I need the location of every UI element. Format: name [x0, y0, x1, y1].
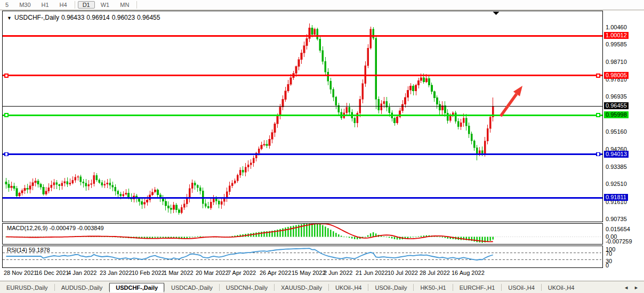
macd-indicator-label: MACD(12,26,9) -0.000479 -0.003849 [7, 225, 104, 231]
price-line-badge: 0.96455 [604, 102, 629, 109]
macd-panel[interactable]: MACD(12,26,9) -0.000479 -0.003849 [2, 223, 603, 245]
rsi-value: 59.1878 [29, 247, 50, 253]
price-line-badge: 0.98005 [604, 72, 629, 79]
price-axis-tick: 1.00460 [606, 24, 627, 30]
time-axis-label: 28 Nov 2021 [4, 270, 37, 276]
ohlc-high: 0.96914 [86, 14, 109, 21]
rsi-panel[interactable]: RSI(14) 59.1878 [2, 246, 603, 268]
symbol-tab-usdcad[interactable]: USDCAD-,Daily [165, 283, 219, 292]
timeframe-button-m30[interactable]: M30 [14, 1, 35, 9]
price-line-badge: 1.00012 [604, 32, 629, 39]
macd-main-value: -0.000479 [49, 225, 76, 231]
time-axis-label: 10 Feb 2022 [132, 270, 165, 276]
chart-canvas[interactable]: ▼USDCHF-,Daily0.964330.969140.960230.964… [2, 11, 603, 222]
price-line-badge: 0.91811 [604, 194, 628, 201]
timeframe-button-h4[interactable]: H4 [55, 1, 72, 9]
time-axis-label: 15 May 2022 [292, 270, 326, 276]
rsi-axis-tick: 0 [606, 262, 609, 268]
rsi-indicator-label: RSI(14) 59.1878 [7, 247, 50, 253]
time-axis-label: 23 Jan 2022 [100, 270, 132, 276]
time-axis[interactable]: 28 Nov 202116 Dec 20214 Jan 202223 Jan 2… [2, 270, 642, 278]
price-axis-tick: 0.90735 [606, 216, 627, 222]
tab-scroll-right-icon[interactable]: ► [634, 285, 639, 290]
timeframe-button-mn[interactable]: MN [115, 1, 134, 9]
symbol-tab-usdchf[interactable]: USDCHF-,Daily [109, 283, 164, 292]
rsi-axis: 10070300 [604, 246, 644, 268]
symbol-tab-eurusd[interactable]: EURUSD-,Daily [0, 283, 54, 292]
ohlc-close: 0.96455 [137, 14, 160, 21]
timeframe-button-d1[interactable]: D1 [78, 1, 95, 9]
toolbar-separator [136, 1, 137, 9]
time-axis-label: 16 Dec 2021 [36, 270, 69, 276]
price-line-badge: 0.94013 [604, 151, 629, 158]
price-axis-tick: 0.99585 [606, 41, 627, 47]
macd-axis-tick: -0.007259 [606, 238, 632, 245]
tab-scroll-left-icon[interactable]: ◄ [624, 285, 629, 290]
symbol-tab-usoil[interactable]: USOil-,Daily [368, 283, 413, 292]
timeframe-button-w1[interactable]: W1 [96, 1, 115, 9]
time-axis-label: 1 Mar 2022 [164, 270, 194, 276]
rsi-axis-tick: 70 [606, 250, 612, 257]
chart-symbol-label: USDCHF-,Daily [14, 14, 59, 21]
price-axis-tick: 0.98710 [606, 59, 627, 65]
symbol-tab-ukoil[interactable]: UKOil-,H4 [542, 283, 581, 292]
time-axis-label: 16 Aug 2022 [452, 270, 485, 276]
symbol-tab-hk50[interactable]: HK50-,H1 [414, 283, 452, 292]
ohlc-low: 0.96023 [112, 14, 135, 21]
symbol-tab-audusd[interactable]: AUDUSD-,Daily [55, 283, 109, 292]
symbol-tab-ukoil[interactable]: UKOil-,H4 [329, 283, 368, 292]
rsi-chart [3, 246, 601, 266]
macd-signal-value: -0.003849 [77, 225, 104, 231]
symbol-tab-usdcnh[interactable]: USDCNH-,Daily [220, 283, 274, 292]
candlestick-chart[interactable] [3, 11, 602, 222]
symbol-tab-bar: EURUSD-,DailyAUDUSD-,DailyUSDCHF-,DailyU… [0, 281, 644, 293]
ohlc-open: 0.96433 [61, 14, 84, 21]
price-line-badge: 0.95998 [604, 111, 629, 118]
timeframe-button-h1[interactable]: H1 [37, 1, 54, 9]
price-axis[interactable]: 1.004600.995850.987100.978100.969350.951… [604, 11, 644, 222]
macd-axis: 0.0156540.00-0.007259 [604, 223, 644, 245]
time-axis-label: 21 Jun 2022 [356, 270, 388, 276]
time-axis-label: 7 Apr 2022 [228, 270, 256, 276]
collapse-chart-icon[interactable]: ▼ [7, 15, 12, 21]
toolbar-separator [75, 1, 75, 9]
symbol-tab-xauusd[interactable]: XAUUSD-,Daily [275, 283, 328, 292]
symbol-tab-usoil[interactable]: USOil-,H4 [502, 283, 541, 292]
price-axis-tick: 0.92510 [606, 181, 627, 187]
price-axis-tick: 0.96935 [606, 93, 627, 100]
time-axis-label: 20 Mar 2022 [196, 270, 229, 276]
mt4-window: { "toolbar": { "timeframes": ["5", "M30"… [0, 0, 644, 293]
time-axis-label: 4 Jan 2022 [68, 270, 96, 276]
time-axis-label: 2 Jun 2022 [324, 270, 352, 276]
timeframe-button-5[interactable]: 5 [1, 1, 13, 9]
macd-axis-tick: 0.015654 [606, 226, 630, 232]
time-axis-label: 28 Jul 2022 [420, 270, 450, 276]
chart-title: ▼USDCHF-,Daily0.964330.969140.960230.964… [7, 14, 162, 21]
symbol-tab-eurchf[interactable]: EURCHF-,H1 [453, 283, 502, 292]
price-axis-tick: 0.93385 [606, 164, 627, 170]
price-axis-tick: 0.95160 [606, 128, 627, 135]
time-axis-label: 10 Jul 2022 [388, 270, 418, 276]
time-axis-label: 26 Apr 2022 [260, 270, 291, 276]
timeframe-toolbar: 5M30H1H4D1W1MN [0, 0, 644, 10]
